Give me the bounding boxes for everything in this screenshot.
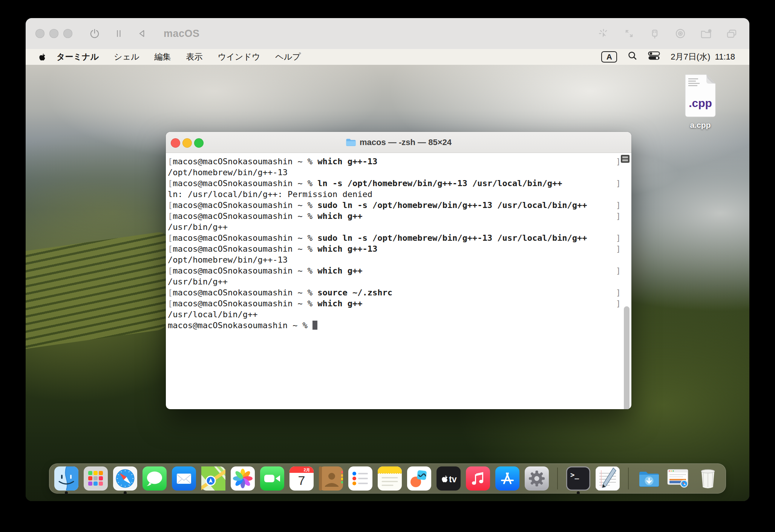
terminal-line: [macos@macOSnokasoumashin ~ % source ~/.… bbox=[168, 287, 631, 298]
minimize-button[interactable] bbox=[182, 138, 192, 148]
menu-item-5[interactable]: ウインドウ bbox=[218, 51, 260, 63]
shell-command: which g++ bbox=[317, 299, 362, 308]
freeform-icon bbox=[407, 466, 431, 491]
spotlight-search-icon[interactable] bbox=[628, 51, 637, 63]
prompt-mark-close: ] bbox=[616, 178, 621, 189]
dock-item-calendar[interactable]: 2月7 bbox=[289, 465, 314, 492]
menu-item-1[interactable]: ターミナル bbox=[57, 51, 99, 63]
dock-item-music[interactable] bbox=[466, 465, 490, 492]
pointer-flash-icon[interactable] bbox=[597, 27, 610, 40]
dock-item-appletv[interactable]: tv bbox=[437, 465, 461, 492]
scrollbar-thumb[interactable] bbox=[624, 306, 629, 409]
dock-item-trash[interactable] bbox=[696, 465, 720, 492]
dock-item-facetime[interactable] bbox=[260, 465, 284, 492]
shared-folder-icon[interactable] bbox=[700, 27, 712, 40]
terminal-line: ln: /usr/local/bin/g++: Permission denie… bbox=[168, 189, 631, 200]
dock-item-maps[interactable] bbox=[201, 465, 225, 492]
dock-item-freeform[interactable] bbox=[407, 465, 431, 492]
dock-item-safari[interactable] bbox=[113, 465, 137, 492]
dock-item-contacts[interactable] bbox=[319, 465, 343, 492]
settings-icon bbox=[525, 466, 549, 491]
vm-window-title: macOS bbox=[164, 28, 200, 40]
running-indicator bbox=[124, 491, 127, 494]
dock-item-safari-window[interactable] bbox=[666, 465, 691, 492]
terminal-content[interactable]: [macos@macOSnokasoumashin ~ % which g++-… bbox=[166, 153, 631, 409]
menu-item-2[interactable]: シェル bbox=[114, 51, 139, 63]
apple-menu[interactable] bbox=[38, 52, 46, 62]
shell-command: which g++-13 bbox=[317, 244, 377, 254]
menu-item-3[interactable]: 編集 bbox=[155, 51, 171, 63]
usb-icon[interactable] bbox=[648, 27, 661, 40]
windows-overlap-icon[interactable] bbox=[725, 27, 738, 40]
play-back-icon[interactable] bbox=[136, 27, 149, 40]
prompt-mark-open: [ bbox=[168, 233, 173, 243]
menu-item-6[interactable]: ヘルプ bbox=[275, 51, 301, 63]
vm-zoom-button[interactable] bbox=[63, 29, 72, 38]
shell-command: sudo ln -s /opt/homebrew/bin/g++-13 /usr… bbox=[317, 200, 587, 210]
prompt-mark-close: ] bbox=[616, 265, 621, 276]
shell-prompt: macos@macOSnokasoumashin ~ % bbox=[173, 244, 317, 254]
svg-text:.cpp: .cpp bbox=[689, 97, 712, 109]
prompt-mark-open: [ bbox=[168, 266, 173, 275]
dock-item-photos[interactable] bbox=[231, 465, 255, 492]
prompt-mark-open: [ bbox=[168, 200, 173, 210]
terminal-line: [macos@macOSnokasoumashin ~ % sudo ln -s… bbox=[168, 232, 631, 243]
safari-icon bbox=[113, 466, 137, 491]
dock-item-messages[interactable] bbox=[142, 465, 167, 492]
command-output: /usr/local/bin/g++ bbox=[168, 310, 257, 319]
messages-icon bbox=[142, 466, 167, 491]
terminal-lines: [macos@macOSnokasoumashin ~ % which g++-… bbox=[168, 156, 631, 331]
prompt-mark-open: [ bbox=[168, 179, 173, 188]
photos-icon bbox=[231, 466, 255, 491]
menu-item-4[interactable]: 表示 bbox=[186, 51, 203, 63]
prompt-mark-close: ] bbox=[616, 298, 621, 309]
command-output: /usr/bin/g++ bbox=[168, 222, 228, 232]
terminal-window[interactable]: macos — -zsh — 85×24 [macos@macOSnokasou… bbox=[166, 132, 631, 409]
input-source-indicator[interactable]: A bbox=[601, 51, 617, 63]
power-icon[interactable] bbox=[88, 27, 101, 40]
desktop-file-a-cpp[interactable]: .cpp a.cpp bbox=[672, 72, 728, 130]
vm-toolbar bbox=[597, 18, 738, 49]
vm-close-button[interactable] bbox=[35, 29, 44, 38]
prompt-mark-open: [ bbox=[168, 244, 173, 254]
resize-icon[interactable] bbox=[623, 27, 636, 40]
terminal-title-bar[interactable]: macos — -zsh — 85×24 bbox=[166, 132, 631, 153]
safari-window-icon bbox=[667, 469, 690, 488]
dock-item-reminders[interactable] bbox=[348, 465, 372, 492]
scrollbar-mark-button[interactable] bbox=[619, 154, 631, 164]
facetime-icon bbox=[260, 466, 284, 491]
desktop-file-name: a.cpp bbox=[690, 121, 711, 130]
terminal-line: /opt/homebrew/bin/g++-13 bbox=[168, 254, 631, 265]
shell-prompt: macos@macOSnokasoumashin ~ % bbox=[173, 211, 317, 221]
dock-item-launchpad[interactable] bbox=[84, 465, 108, 492]
music-icon bbox=[466, 466, 490, 491]
dock-item-notes[interactable] bbox=[378, 465, 402, 492]
dock-item-appstore[interactable] bbox=[495, 465, 519, 492]
dock-item-finder[interactable] bbox=[54, 465, 78, 492]
fullscreen-button[interactable] bbox=[194, 138, 204, 148]
dock-item-terminal[interactable]: >_ bbox=[566, 465, 590, 492]
menu-bar-clock[interactable]: 2月7日(水) 11:18 bbox=[671, 51, 735, 63]
trash-icon bbox=[697, 467, 719, 490]
terminal-line: /usr/bin/g++ bbox=[168, 222, 631, 232]
shell-command: which g++ bbox=[317, 266, 362, 275]
close-button[interactable] bbox=[171, 138, 180, 148]
disc-icon[interactable] bbox=[674, 27, 687, 40]
terminal-line: [macos@macOSnokasoumashin ~ % which g++-… bbox=[168, 243, 631, 254]
terminal-line: [macos@macOSnokasoumashin ~ % which g++] bbox=[168, 265, 631, 276]
dock-item-textedit[interactable] bbox=[596, 465, 620, 492]
vm-traffic-lights bbox=[35, 29, 72, 38]
contacts-icon bbox=[319, 466, 343, 491]
menu-bar: ターミナルシェル編集表示ウインドウヘルプ A 2月7日(水) 11:18 bbox=[26, 49, 749, 65]
pause-icon[interactable] bbox=[112, 27, 125, 40]
svg-text:>_: >_ bbox=[570, 471, 579, 479]
finder-icon bbox=[54, 466, 78, 491]
shell-prompt: macos@macOSnokasoumashin ~ % bbox=[173, 288, 317, 297]
appletv-icon: tv bbox=[437, 466, 461, 491]
control-center-icon[interactable] bbox=[648, 51, 660, 63]
dock-item-settings[interactable] bbox=[525, 465, 549, 492]
vm-minimize-button[interactable] bbox=[49, 29, 58, 38]
dock-item-mail[interactable] bbox=[172, 465, 196, 492]
dock-item-downloads[interactable] bbox=[637, 465, 661, 492]
menu-bar-status: A 2月7日(水) 11:18 bbox=[601, 49, 735, 65]
